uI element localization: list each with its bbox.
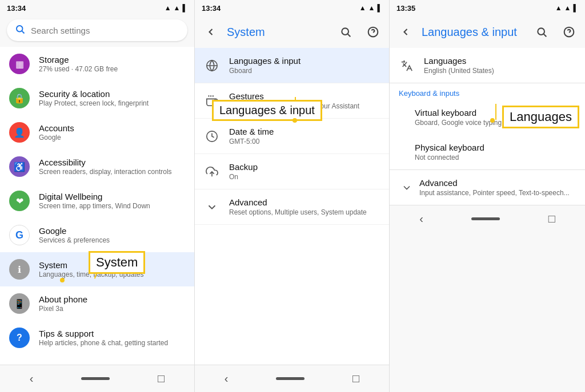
system-icon: ℹ [9,259,30,280]
search-icon [15,24,25,37]
advanced-item-text: Advanced Reset options, Multiple users, … [229,197,380,216]
lang-item-physical-keyboard[interactable]: Physical keyboard Not connected [390,135,585,169]
search-bar[interactable]: Search settings [7,19,187,41]
back-button-2[interactable]: ‹ [213,367,240,390]
datetime-icon [204,128,220,144]
status-bar-2: 13:34 ▲ ▲ ▌ [195,0,389,16]
app-bar-system: System [195,16,389,48]
lang-item-advanced[interactable]: Advanced Input assistance, Pointer speed… [390,170,585,205]
recent-button-1[interactable]: □ [146,367,176,390]
system-subtitle: Languages, time, backup, updates [39,270,185,278]
panel-item-datetime[interactable]: Date & time GMT-5:00 [195,119,389,154]
recent-button-2[interactable]: □ [341,367,371,390]
status-bar-1: 13:34 ▲ ▲ ▌ [0,0,194,16]
panel1-settings: 13:34 ▲ ▲ ▌ Search settings ▦ Storage 27… [0,0,195,392]
virtual-keyboard-subtitle: Gboard, Google voice typing [415,119,576,127]
svg-point-0 [17,26,23,32]
home-pill-3[interactable] [471,217,500,220]
storage-icon: ▦ [9,54,30,74]
settings-item-google[interactable]: G Google Services & preferences [0,218,194,252]
annotation-line-lang [295,97,296,120]
datetime-item-text: Date & time GMT-5:00 [229,127,380,146]
backup-item-text: Backup On [229,162,380,181]
status-icons-3: ▲ ▲ ▌ [555,4,578,12]
lang-panel-title: Languages & input [422,26,526,39]
back-button-3[interactable]: ‹ [408,208,435,230]
storage-text: Storage 27% used · 47.02 GB free [39,55,185,73]
storage-title: Storage [39,55,185,64]
annotation-dot-system [60,278,65,282]
google-icon: G [9,225,30,245]
signal-icon: ▲ [165,4,171,12]
system-text: System Languages, time, backup, updates [39,260,185,278]
datetime-item-subtitle: GMT-5:00 [229,138,380,146]
panel2-system: 13:34 ▲ ▲ ▌ System [195,0,390,392]
accessibility-icon: ♿ [9,156,30,177]
about-text: About phone Pixel 3a [39,294,185,313]
google-title: Google [39,226,185,236]
advanced-item-subtitle: Reset options, Multiple users, System up… [229,208,380,216]
back-button-1[interactable]: ‹ [18,367,45,390]
lang-panel-content: Languages English (United States) Keyboa… [390,48,585,205]
lang-item-languages[interactable]: Languages English (United States) [390,48,585,83]
settings-item-about[interactable]: 📱 About phone Pixel 3a [0,286,194,321]
status-bar-3: 13:35 ▲ ▲ ▌ [390,0,585,16]
security-text: Security & location Play Protect, screen… [39,89,185,107]
bottom-nav-2: ‹ □ [195,365,389,392]
svg-line-13 [544,34,547,37]
annotation-dot-lang [292,118,297,123]
advanced-item-title: Advanced [229,197,380,207]
settings-item-digital-wellbeing[interactable]: ❤ Digital Wellbeing Screen time, app tim… [0,184,194,218]
help-button-lang[interactable] [558,21,580,43]
panel3-languages: 13:35 ▲ ▲ ▌ Languages & input [390,0,585,392]
languages-text: Languages English (United States) [424,56,576,75]
settings-item-storage[interactable]: ▦ Storage 27% used · 47.02 GB free [0,47,194,81]
search-button-lang[interactable] [530,21,553,43]
status-time-1: 13:34 [7,4,26,13]
settings-item-accessibility[interactable]: ♿ Accessibility Screen readers, display,… [0,149,194,184]
panel-item-gestures[interactable]: Gestures Active Edge on, squeeze for you… [195,83,389,119]
gestures-item-subtitle: Active Edge on, squeeze for your Assista… [229,102,380,110]
battery-icon-3: ▌ [573,4,578,12]
lang-item-virtual-keyboard[interactable]: Virtual keyboard Gboard, Google voice ty… [390,100,585,135]
translate-icon [399,58,415,74]
system-list: Languages & input Gboard Gestures Active… [195,48,389,365]
system-panel-title: System [227,26,330,39]
wifi-icon-3: ▲ [564,4,571,12]
help-button-system[interactable] [362,21,384,43]
accessibility-title: Accessibility [39,157,185,167]
panel-item-backup[interactable]: Backup On [195,154,389,189]
home-pill-2[interactable] [276,377,304,380]
languages-title: Languages [424,56,576,66]
keyboard-section-header: Keyboard & inputs [390,83,585,100]
signal-icon-2: ▲ [359,4,366,12]
back-arrow-lang[interactable] [394,21,417,43]
advanced-lang-text: Advanced Input assistance, Pointer speed… [419,178,576,197]
settings-item-tips[interactable]: ? Tips & support Help articles, phone & … [0,321,194,355]
battery-icon-2: ▌ [377,4,382,12]
recent-button-3[interactable]: □ [537,208,567,230]
search-button-system[interactable] [334,21,357,43]
status-icons-1: ▲ ▲ ▌ [165,4,187,12]
advanced-chevron-icon [204,199,220,215]
battery-icon: ▌ [182,4,187,12]
back-arrow-system[interactable] [199,21,222,43]
settings-item-security[interactable]: 🔒 Security & location Play Protect, scre… [0,81,194,115]
svg-line-3 [348,34,351,37]
security-icon: 🔒 [9,88,30,108]
panel-item-advanced[interactable]: Advanced Reset options, Multiple users, … [195,189,389,225]
google-text: Google Services & preferences [39,226,185,244]
annotation-line-languages [495,104,496,120]
app-bar-lang: Languages & input [390,16,585,48]
settings-item-accounts[interactable]: 👤 Accounts Google [0,115,194,149]
panel-item-languages[interactable]: Languages & input Gboard [195,48,389,83]
backup-item-subtitle: On [229,173,380,181]
gestures-item-text: Gestures Active Edge on, squeeze for you… [229,91,380,110]
digital-wellbeing-text: Digital Wellbeing Screen time, app timer… [39,192,185,210]
advanced-expand-icon [399,180,415,196]
settings-list: ▦ Storage 27% used · 47.02 GB free 🔒 Sec… [0,47,194,365]
bottom-nav-1: ‹ □ [0,365,194,392]
home-pill-1[interactable] [81,377,110,380]
accounts-icon: 👤 [9,122,30,143]
signal-icon-3: ▲ [555,4,562,12]
